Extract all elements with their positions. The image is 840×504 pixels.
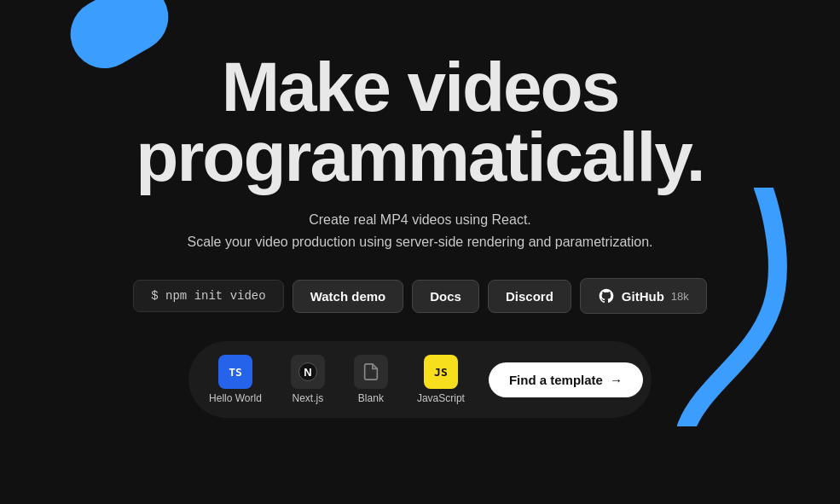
main-content: Make videos programmatically. Create rea… bbox=[0, 0, 840, 504]
template-item-hello-world[interactable]: TS Hello World bbox=[197, 348, 274, 411]
nextjs-n-logo: N bbox=[298, 362, 317, 381]
nextjs-icon: N bbox=[291, 355, 325, 389]
hello-world-label: Hello World bbox=[209, 392, 262, 404]
blank-label: Blank bbox=[358, 392, 384, 404]
github-label: GitHub bbox=[622, 289, 664, 304]
npm-command: $ npm init video bbox=[133, 280, 283, 312]
nextjs-label: Next.js bbox=[293, 392, 324, 404]
action-row: $ npm init video Watch demo Docs Discord… bbox=[133, 278, 707, 314]
template-item-nextjs[interactable]: N Next.js bbox=[279, 348, 337, 411]
template-row: TS Hello World N Next.js Blank JS JavaSc… bbox=[188, 341, 652, 418]
github-icon bbox=[598, 287, 615, 304]
docs-button[interactable]: Docs bbox=[412, 280, 479, 313]
template-item-blank[interactable]: Blank bbox=[342, 348, 400, 411]
watch-demo-button[interactable]: Watch demo bbox=[293, 280, 404, 313]
find-template-arrow: → bbox=[610, 373, 623, 387]
github-stars: 18k bbox=[671, 290, 689, 303]
find-template-button[interactable]: Find a template → bbox=[489, 362, 643, 397]
javascript-icon: JS bbox=[424, 355, 458, 389]
github-button[interactable]: GitHub 18k bbox=[580, 278, 707, 314]
hero-title: Make videos programmatically. bbox=[136, 52, 704, 192]
javascript-label: JavaScript bbox=[417, 392, 465, 404]
find-template-label: Find a template bbox=[509, 373, 603, 387]
blank-icon bbox=[354, 355, 388, 389]
hero-subtitle: Create real MP4 videos using React. Scal… bbox=[187, 209, 652, 252]
template-item-javascript[interactable]: JS JavaScript bbox=[405, 348, 477, 411]
hello-world-icon: TS bbox=[218, 355, 252, 389]
discord-button[interactable]: Discord bbox=[488, 280, 571, 313]
